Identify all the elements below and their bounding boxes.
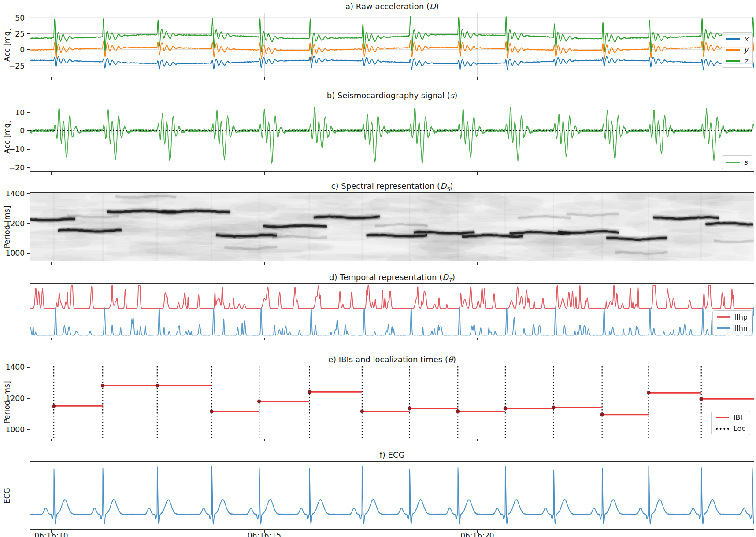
ytick-label-c-1200: 1200 [6, 219, 25, 228]
x-axis-tick-labels: 06:16:1006:16:1506:16:20 [30, 530, 754, 537]
panel-c-title-math: D [440, 181, 446, 191]
panel-b-title: b) Seismocardiography signal (s) [30, 90, 754, 102]
canvas-raw-acceleration [30, 13, 754, 77]
panel-f: ECG [0, 461, 756, 530]
ytick-label-b-−10: −10 [9, 145, 25, 154]
panel-f-axes [30, 461, 754, 530]
ytick-label-a-25: 25 [15, 29, 25, 38]
ytick-label-e-1000: 1000 [6, 425, 25, 434]
legend-swatch-s [726, 162, 740, 163]
xtick-mark-b-0 [51, 172, 52, 175]
figure: a) Raw acceleration (D) Acc [mg]50250−25… [0, 1, 756, 537]
legend-swatch-x [726, 38, 740, 40]
xtick-mark-a-0 [51, 77, 52, 80]
legend-b: s [722, 155, 752, 169]
panel-b-title-math: s [450, 91, 454, 100]
panel-c-axes [30, 192, 754, 261]
panel-b-yaxis: Acc [mg]100−10−20 [0, 102, 30, 172]
legend-label-x: x [744, 35, 748, 43]
xtick-mark-b-2 [477, 172, 478, 175]
panel-b-title-post: ) [454, 91, 457, 100]
panel-f-title: f) ECG [30, 450, 754, 461]
panel-c: Period [ms]140012001000 [0, 192, 756, 261]
xtick-mark-d-1 [264, 338, 265, 340]
panel-e-title-math: θ [448, 355, 453, 364]
legend-a: xyz [722, 32, 753, 68]
xtick-label-06:16:20: 06:16:20 [460, 531, 494, 537]
ytick-label-a-−25: −25 [9, 62, 25, 70]
legend-item-llhp: llhp [717, 313, 748, 321]
ytick-label-c-1000: 1000 [6, 249, 25, 257]
panel-f-title-pre: f) ECG [380, 450, 405, 460]
legend-item-Loc: Loc [716, 424, 745, 433]
canvas-temporal-representation [30, 284, 754, 337]
legend-item-z: z [726, 57, 748, 65]
panel-d: llhpllhn [0, 283, 756, 337]
legend-swatch-llhp [717, 316, 730, 318]
panel-c-title: c) Spectral representation (DS) [30, 181, 754, 192]
legend-label-Loc: Loc [734, 424, 745, 433]
ytick-label-b-0: 0 [20, 126, 25, 135]
xtick-mark-a-1 [264, 77, 265, 80]
panel-b-axes: s [30, 102, 754, 172]
panel-a-ylabel: Acc [mg] [3, 28, 11, 62]
panel-d-axes: llhpllhn [30, 283, 754, 337]
panel-d-title-sub: T [448, 277, 452, 283]
panel-f-ylabel: ECG [3, 488, 11, 504]
legend-label-z: z [744, 57, 748, 65]
ytick-label-c-1400: 1400 [6, 189, 25, 198]
legend-swatch-llhn [717, 327, 730, 329]
xtick-label-06:16:15: 06:16:15 [248, 531, 281, 537]
panel-a-title-post: ) [436, 2, 439, 11]
xtick-mark-d-0 [51, 338, 52, 340]
legend-label-y: y [744, 46, 748, 54]
xtick-mark-c-2 [477, 262, 478, 265]
panel-c-yaxis: Period [ms]140012001000 [0, 192, 30, 261]
canvas-ecg [30, 462, 754, 529]
panel-a-title: a) Raw acceleration (D) [30, 1, 754, 13]
xtick-mark-c-1 [264, 262, 265, 265]
legend-label-llhp: llhp [735, 313, 748, 321]
panel-e-title-pre: e) IBIs and localization times ( [328, 355, 448, 364]
panel-e: Period [ms]140012001000 IBILoc [0, 366, 756, 438]
panel-e-yaxis: Period [ms]140012001000 [0, 366, 30, 438]
legend-swatch-IBI [716, 417, 729, 418]
panel-b-title-pre: b) Seismocardiography signal ( [327, 91, 450, 100]
panel-e-title-post: ) [453, 355, 456, 364]
panel-a-title-math: D [430, 2, 436, 11]
canvas-ibi-localization [30, 366, 754, 438]
ytick-label-a-50: 50 [15, 14, 25, 22]
panel-b: Acc [mg]100−10−20 s [0, 102, 756, 172]
panel-c-title-pre: c) Spectral representation ( [331, 181, 440, 191]
panel-c-title-post: ) [450, 181, 453, 191]
panel-d-title-post: ) [452, 272, 455, 282]
legend-d: llhpllhn [712, 310, 752, 335]
legend-item-llhn: llhn [717, 324, 748, 332]
xtick-mark-e-2 [477, 439, 478, 441]
legend-swatch-Loc [716, 428, 729, 430]
panel-a: Acc [mg]50250−25 xyz [0, 13, 756, 77]
legend-swatch-z [726, 60, 740, 62]
panel-d-title-pre: d) Temporal representation ( [329, 272, 442, 282]
xtick-mark-b-1 [264, 172, 265, 175]
legend-item-IBI: IBI [716, 413, 745, 422]
xtick-mark-c-0 [51, 262, 52, 265]
xtick-label-06:16:10: 06:16:10 [34, 531, 68, 537]
panel-a-axes: xyz [30, 13, 754, 77]
canvas-seismocardiography [30, 102, 754, 171]
panel-f-yaxis: ECG [0, 461, 30, 530]
xtick-mark-d-2 [477, 338, 478, 340]
legend-e: IBILoc [711, 411, 750, 435]
ytick-label-e-1400: 1400 [6, 363, 25, 371]
panel-e-axes: IBILoc [30, 366, 754, 438]
legend-item-x: x [726, 35, 748, 43]
legend-item-s: s [726, 158, 748, 166]
legend-item-y: y [726, 46, 748, 54]
legend-label-s: s [744, 158, 748, 166]
ytick-label-b-10: 10 [15, 108, 25, 117]
panel-a-yaxis: Acc [mg]50250−25 [0, 13, 30, 77]
xtick-mark-e-0 [51, 439, 52, 441]
xtick-mark-a-2 [477, 77, 478, 80]
xtick-mark-e-1 [264, 439, 265, 441]
ytick-label-b-−20: −20 [9, 163, 25, 172]
